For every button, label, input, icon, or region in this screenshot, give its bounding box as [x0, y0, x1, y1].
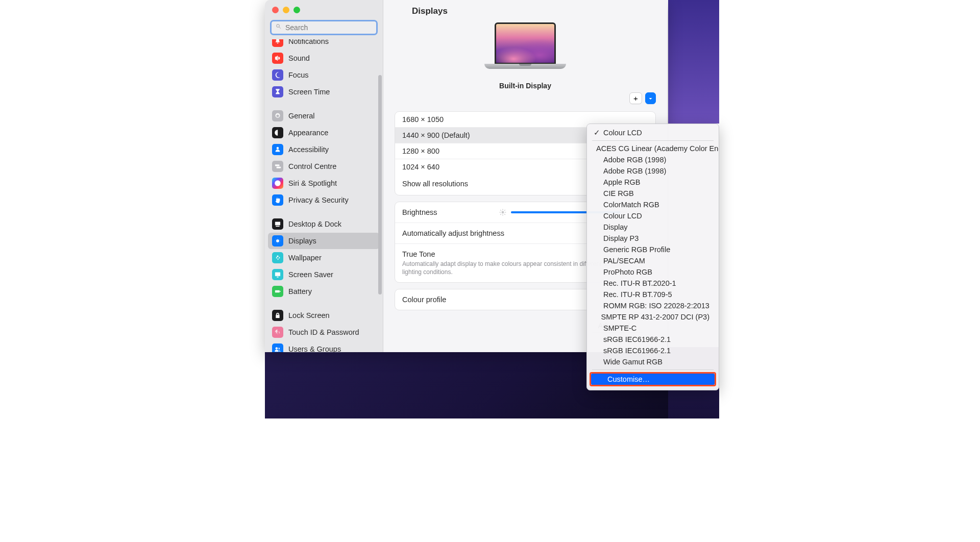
svg-line-8 [504, 210, 505, 211]
sidebar-item-touch-id[interactable]: Touch ID & Password [268, 324, 380, 340]
sidebar-item-accessibility[interactable]: Accessibility [268, 141, 380, 158]
sidebar-scroll[interactable]: NotificationsSoundFocusScreen TimeGenera… [265, 39, 383, 352]
sidebar-item-privacy[interactable]: Privacy & Security [268, 192, 380, 208]
window-titlebar [265, 0, 383, 20]
colour-profile-option[interactable]: Display [587, 221, 719, 233]
battery-icon [272, 286, 283, 297]
sidebar-item-label: Notifications [288, 39, 329, 45]
colour-profile-option[interactable]: SMPTE-C [587, 323, 719, 334]
sidebar-item-label: Users & Groups [288, 345, 341, 352]
colour-profile-option[interactable]: Wide Gamut RGB [587, 356, 719, 367]
sun-icon [272, 235, 283, 247]
sidebar-scrollbar[interactable] [378, 75, 382, 294]
dropdown-separator [592, 140, 714, 141]
colour-profile-option[interactable]: ColorMatch RGB [587, 199, 719, 210]
colour-profile-option[interactable]: ProPhoto RGB [587, 266, 719, 278]
colour-profile-option[interactable]: Rec. ITU-R BT.709-5 [587, 289, 719, 300]
lock-icon [272, 310, 283, 321]
display-name: Built-in Display [499, 82, 551, 90]
display-preview: Built-in Display + [383, 21, 667, 108]
sidebar-item-label: Desktop & Dock [288, 220, 341, 228]
colour-profile-option[interactable]: Rec. ITU-R BT.2020-1 [587, 278, 719, 289]
colour-profile-option[interactable]: Apple RGB [587, 177, 719, 188]
sidebar-item-sound[interactable]: Sound [268, 50, 380, 66]
svg-line-6 [504, 214, 505, 215]
fingerprint-icon [272, 327, 283, 338]
sidebar-item-label: Appearance [288, 129, 328, 137]
sidebar-item-label: Focus [288, 71, 309, 79]
sidebar-item-label: Wallpaper [288, 254, 322, 262]
sidebar-item-label: Screen Time [288, 88, 330, 96]
macbook-illustration [484, 22, 566, 76]
sidebar-item-label: General [288, 112, 315, 120]
moon-icon [272, 69, 283, 81]
add-display-button[interactable]: + [629, 92, 642, 104]
sidebar-item-focus[interactable]: Focus [268, 67, 380, 83]
speaker-icon [272, 53, 283, 64]
bell-icon [272, 39, 283, 47]
page-title: Displays [383, 0, 667, 21]
switches-icon [272, 161, 283, 172]
sidebar-item-wallpaper[interactable]: Wallpaper [268, 250, 380, 266]
contrast-icon [272, 127, 283, 138]
brightness-low-icon [499, 208, 507, 216]
sidebar-item-lock-screen[interactable]: Lock Screen [268, 307, 380, 324]
colour-profile-option[interactable]: Display P3 [587, 233, 719, 244]
sidebar-item-users[interactable]: Users & Groups [268, 341, 380, 352]
colour-profile-option[interactable]: Adobe RGB (1998) [587, 165, 719, 177]
colour-profile-option[interactable]: SMPTE RP 431-2-2007 DCI (P3) [587, 311, 719, 323]
hourglass-icon [272, 86, 283, 97]
screen-icon [272, 269, 283, 280]
check-icon: ✓ [593, 129, 600, 137]
sidebar-item-desktop-dock[interactable]: Desktop & Dock [268, 216, 380, 232]
sidebar-item-control-centre[interactable]: Control Centre [268, 158, 380, 175]
search-container [265, 20, 383, 39]
sidebar-item-label: Screen Saver [288, 270, 333, 279]
sidebar-item-battery[interactable]: Battery [268, 283, 380, 300]
sidebar-item-notifications[interactable]: Notifications [268, 39, 380, 50]
colour-profile-option[interactable]: ROMM RGB: ISO 22028-2:2013 [587, 300, 719, 311]
colour-profile-option[interactable]: PAL/SECAM [587, 255, 719, 266]
sidebar-item-label: Privacy & Security [288, 196, 349, 204]
colour-profile-option[interactable]: ACES CG Linear (Academy Color Encoding) [587, 143, 719, 154]
search-input[interactable] [282, 23, 373, 32]
orb-icon [272, 178, 283, 189]
gear-icon [272, 110, 283, 121]
sidebar-item-displays[interactable]: Displays [268, 233, 380, 249]
users-icon [272, 343, 283, 352]
svg-point-0 [501, 211, 504, 214]
sidebar-item-siri[interactable]: Siri & Spotlight [268, 175, 380, 191]
sidebar-item-screen-time[interactable]: Screen Time [268, 84, 380, 100]
colour-profile-option[interactable]: sRGB IEC61966-2.1 [587, 345, 719, 356]
colour-profile-option-selected[interactable]: ✓Colour LCD [587, 127, 719, 138]
dropdown-separator [592, 369, 714, 370]
customise-option[interactable]: Customise… [591, 374, 715, 385]
auto-brightness-label: Automatically adjust brightness [402, 229, 504, 237]
sidebar-item-general[interactable]: General [268, 108, 380, 124]
brightness-label: Brightness [402, 208, 437, 216]
frame: NotificationsSoundFocusScreen TimeGenera… [117, 0, 863, 418]
sidebar-item-label: Sound [288, 54, 310, 62]
colour-profile-option[interactable]: Generic RGB Profile [587, 244, 719, 255]
colour-profile-option[interactable]: Adobe RGB (1998) [587, 154, 719, 165]
colour-profile-option[interactable]: sRGB IEC61966-2.1 [587, 334, 719, 345]
minimize-window-icon[interactable] [283, 7, 289, 13]
sidebar-item-screen-saver[interactable]: Screen Saver [268, 266, 380, 283]
sidebar-item-label: Touch ID & Password [288, 328, 359, 336]
sidebar-item-label: Siri & Spotlight [288, 179, 337, 187]
colour-profile-option[interactable]: CIE RGB [587, 188, 719, 199]
close-window-icon[interactable] [272, 7, 279, 13]
colour-profile-dropdown[interactable]: ✓Colour LCDACES CG Linear (Academy Color… [586, 124, 719, 390]
customise-highlight-box: Customise… [590, 372, 716, 386]
sidebar-item-label: Lock Screen [288, 311, 330, 319]
hand-icon [272, 194, 283, 206]
colour-profile-option[interactable]: Colour LCD [587, 210, 719, 221]
fullscreen-window-icon[interactable] [293, 7, 300, 13]
search-icon [275, 23, 282, 32]
sidebar-item-label: Battery [288, 287, 312, 295]
search-box[interactable] [270, 20, 378, 35]
sidebar-item-appearance[interactable]: Appearance [268, 125, 380, 141]
flower-icon [272, 252, 283, 263]
svg-line-7 [500, 214, 501, 215]
display-options-button[interactable] [645, 92, 656, 104]
